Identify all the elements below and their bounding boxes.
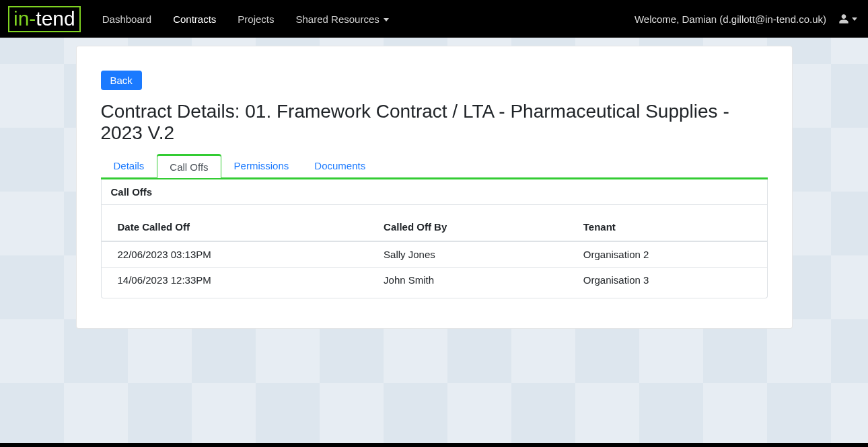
- top-navbar: in-tend Dashboard Contracts Projects Sha…: [0, 0, 868, 38]
- panel-call-offs: Call Offs Date Called Off Called Off By …: [101, 179, 768, 298]
- brand-logo[interactable]: in-tend: [8, 6, 81, 32]
- cell-tenant: Organisation 2: [567, 241, 767, 268]
- tab-documents[interactable]: Documents: [301, 154, 378, 178]
- cell-date: 22/06/2023 03:13PM: [102, 241, 368, 268]
- nav-shared-resources[interactable]: Shared Resources: [287, 8, 398, 30]
- tab-details[interactable]: Details: [101, 154, 157, 178]
- table-row[interactable]: 14/06/2023 12:33PM John Smith Organisati…: [102, 268, 767, 293]
- cell-by: John Smith: [367, 268, 567, 293]
- nav-projects[interactable]: Projects: [228, 8, 283, 30]
- welcome-text: Welcome, Damian (d.gillott@in-tend.co.uk…: [635, 13, 826, 25]
- back-button[interactable]: Back: [101, 71, 142, 90]
- user-icon: [838, 13, 849, 24]
- nav-dashboard[interactable]: Dashboard: [93, 8, 161, 30]
- table-row[interactable]: 22/06/2023 03:13PM Sally Jones Organisat…: [102, 241, 767, 268]
- footer: In-tend Licence Agreement v01.01.00.13 B…: [0, 443, 868, 447]
- tab-permissions[interactable]: Permissions: [221, 154, 302, 178]
- nav-contracts[interactable]: Contracts: [164, 8, 225, 30]
- cell-tenant: Organisation 3: [567, 268, 767, 293]
- chevron-down-icon: [384, 18, 389, 22]
- cell-by: Sally Jones: [367, 241, 567, 268]
- col-tenant: Tenant: [567, 213, 767, 241]
- panel-title: Call Offs: [102, 179, 767, 205]
- content-card: Back Contract Details: 01. Framework Con…: [76, 46, 793, 329]
- user-menu[interactable]: [836, 11, 860, 27]
- page-title: Contract Details: 01. Framework Contract…: [101, 101, 768, 144]
- chevron-down-icon: [852, 17, 857, 21]
- tab-call-offs[interactable]: Call Offs: [157, 154, 221, 178]
- call-offs-table: Date Called Off Called Off By Tenant 22/…: [102, 213, 767, 292]
- cell-date: 14/06/2023 12:33PM: [102, 268, 368, 293]
- tabs: Details Call Offs Permissions Documents: [101, 153, 768, 179]
- col-date: Date Called Off: [102, 213, 368, 241]
- col-by: Called Off By: [367, 213, 567, 241]
